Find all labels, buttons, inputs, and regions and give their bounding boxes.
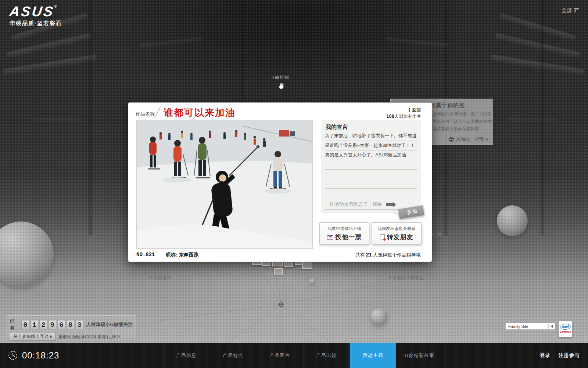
arrow-left-icon	[551, 325, 553, 328]
share-label: 转发朋友	[387, 233, 413, 241]
tab-u-stories[interactable]: U你精彩故事	[396, 343, 443, 368]
hand-cursor-icon[interactable]	[277, 82, 286, 91]
counter-digit: 3	[75, 320, 83, 329]
campaign-line: 可以是自己认为与众不同发光的	[433, 119, 489, 124]
arrow-right-icon	[50, 335, 52, 338]
tab-product-features[interactable]: 产品特点	[209, 343, 256, 368]
entry-name-label: 作品名称	[136, 111, 155, 117]
login-link[interactable]: 登录	[540, 352, 551, 359]
declaration-line-empty	[325, 189, 417, 198]
join-online-label: 马上参加线上互动	[13, 333, 49, 340]
bottom-nav-bar: 00:18:23 产品信息 产品特点 产品图片 产品比较 活动主题 U你精彩故事…	[0, 343, 588, 368]
centrino-label: Centrino2	[559, 330, 572, 333]
declaration-line: 是谁吗？没关系~大家一起来加油就对了！！！！	[325, 141, 417, 151]
declaration-line: 为了来加油，特地带了雪衣装一下。你不知道我	[325, 131, 417, 141]
campaign-line: 上传图片参与评选。图片可以是	[433, 111, 489, 117]
campaign-line: 发挥目标人群的创意和灵	[433, 127, 489, 132]
tab-activity-theme[interactable]: 活动主题	[349, 343, 396, 368]
wall-light	[32, 118, 82, 121]
attention-counter: 已有 0 1 2 9 6 8 3 人对华硕小U倾情关注 马上参加线上互动 赢取时…	[7, 315, 136, 338]
family-site-select[interactable]: Family Site	[505, 323, 555, 330]
likes-suffix: 人觉得这个作品很棒哦	[373, 252, 421, 258]
family-site-label: Family Site	[506, 324, 548, 329]
brand-wordmark: ASUS	[8, 4, 55, 18]
join-cta-text: 这活动太有意思了，我要	[329, 201, 382, 207]
asus-logo: ASUS® 华硕品质·坚若磐石	[10, 4, 62, 27]
counter-digit: 9	[49, 320, 56, 329]
forward-icon	[380, 234, 385, 240]
register-link[interactable]: 注册参与	[559, 352, 580, 359]
counter-digit: 8	[67, 320, 74, 329]
likes-count: 21	[365, 252, 373, 258]
pillar	[87, 0, 93, 236]
join-play-label: 来!加入一起玩!	[456, 136, 485, 142]
globe-icon	[449, 137, 454, 142]
entry-thumbnail[interactable]	[274, 268, 283, 275]
back-label: 返回	[412, 107, 421, 113]
join-play-link[interactable]: 来!加入一起玩!	[449, 136, 488, 142]
map-label-winners[interactable]: 3.中奖名单	[150, 275, 171, 281]
timer-value: 00:18:23	[22, 350, 59, 361]
declaration-line: 真的是太兴奋太开心了。ASUS新品加油	[325, 151, 417, 160]
vote-hint: 我觉得这作品不错	[320, 226, 369, 231]
likes-prefix: 共有	[355, 252, 365, 258]
views-counter: 168人浏览本作者	[386, 113, 421, 120]
likes-counter: 共有21人觉得这个作品很棒哦	[355, 252, 421, 258]
fullscreen-button[interactable]: 全屏	[562, 7, 579, 14]
brand-tagline: 华硕品质·坚若磐石	[10, 20, 62, 27]
counter-suffix: 人对华硕小U倾情关注	[86, 321, 133, 328]
nickname-label: 昵称:	[166, 252, 179, 258]
nav-tabs: 产品信息 产品特点 产品图片 产品比较 活动主题 U你精彩故事	[163, 343, 443, 368]
entry-nickname: 昵称: 东奔西跑	[166, 252, 198, 258]
declaration-title: 我的宣言	[321, 120, 421, 131]
views-suffix: 人浏览本作者	[394, 114, 421, 119]
prize-text: 赢取时尚轻薄COOL本厚礼,GO!	[58, 334, 120, 340]
divider	[548, 324, 549, 329]
vote-label: 投他一票	[336, 233, 362, 241]
tab-product-info[interactable]: 产品信息	[163, 343, 209, 368]
page-root: ASUS® 华硕品质·坚若磐石 全屏 自由控制 找属于你的光 上传图片参与评选。…	[0, 0, 588, 368]
declaration-line-empty	[325, 179, 417, 189]
counter-digit: 1	[31, 320, 38, 329]
tab-product-compare[interactable]: 产品比较	[303, 343, 349, 368]
arrow-right-icon	[487, 138, 488, 141]
share-hint: 我朋友应该也会想看	[372, 226, 421, 231]
nickname-value: 东奔西跑	[179, 252, 198, 258]
decor-sphere	[370, 308, 387, 325]
countdown-timer: 00:18:23	[7, 343, 59, 368]
counter-digit: 0	[21, 320, 29, 329]
clock-icon	[7, 350, 18, 361]
map-label-howto[interactable]: 6.不会玩？来看这	[389, 275, 423, 281]
declaration-line-empty	[325, 170, 417, 179]
entry-detail-modal: 作品名称 谁都可以来加油 返回 168人浏览本作者	[128, 102, 432, 262]
entry-number: NO.821	[136, 252, 155, 258]
share-button[interactable]: 我朋友应该也会想看 转发朋友	[372, 222, 422, 245]
counter-digit: 2	[39, 320, 47, 329]
counter-prefix: 已有	[10, 318, 19, 331]
entry-photo	[136, 120, 313, 249]
fullscreen-label: 全屏	[562, 7, 572, 14]
counter-digit: 6	[57, 320, 65, 329]
decor-sphere	[309, 278, 315, 284]
wall-light	[507, 118, 557, 121]
back-bar-icon	[409, 108, 410, 112]
intel-centrino-badge: intel Centrino2	[559, 321, 572, 337]
tab-product-photos[interactable]: 产品图片	[256, 343, 303, 368]
campaign-title: 找属于你的光	[430, 102, 489, 109]
join-online-button[interactable]: 马上参加线上互动	[10, 333, 55, 341]
arrow-right-icon	[386, 203, 393, 206]
decor-sphere	[497, 205, 528, 236]
pillar	[539, 0, 545, 236]
free-control-label: 自由控制	[270, 74, 289, 81]
envelope-icon	[327, 235, 333, 240]
intel-logo: intel	[560, 323, 571, 330]
slash-divider	[155, 107, 161, 117]
fullscreen-icon	[574, 8, 579, 13]
back-button[interactable]: 返回	[409, 107, 421, 113]
entry-title: 谁都可以来加油	[164, 106, 236, 119]
vote-button[interactable]: 我觉得这作品不错 投他一票	[319, 222, 369, 245]
declaration-box: 我的宣言 为了来加油，特地带了雪衣装一下。你不知道我 是谁吗？没关系~大家一起来…	[321, 120, 421, 213]
declaration-line-empty	[325, 160, 417, 170]
views-count: 168	[386, 113, 394, 119]
